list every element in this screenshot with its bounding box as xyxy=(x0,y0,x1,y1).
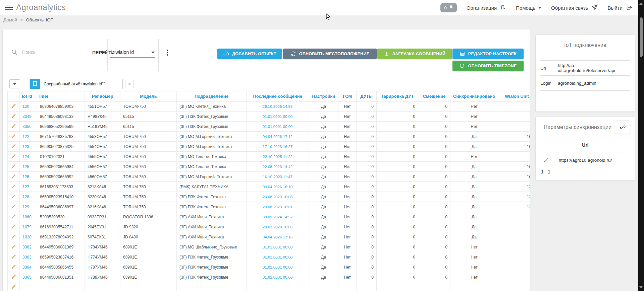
column-header[interactable]: ГСМ xyxy=(338,91,357,101)
iot-id-link[interactable]: 126 xyxy=(22,174,29,179)
last-message-link[interactable]: 03.04.2026 16:10 xyxy=(247,182,309,192)
last-message-link[interactable]: 23.08.2023 10:01 xyxy=(247,202,309,212)
iot-id-link[interactable]: 3363 xyxy=(22,255,32,260)
edit-icon[interactable] xyxy=(11,194,16,199)
column-header[interactable]: Настройки xyxy=(309,91,338,101)
load-messages-button[interactable]: ЗАГРУЗКА СООБЩЕНИЙ xyxy=(377,49,452,59)
iot-id-link[interactable]: 129 xyxy=(22,205,29,209)
model-cell: JD 9320 xyxy=(120,222,177,232)
last-message-link[interactable]: 01.01.0001 00:00 xyxy=(247,272,309,282)
menu-help[interactable]: Помощь xyxy=(516,5,541,11)
last-message-link[interactable]: 22.08.2023 14:42 xyxy=(247,162,309,172)
column-header[interactable]: Синхронизировано xyxy=(450,91,498,101)
menu-icon[interactable] xyxy=(5,5,13,11)
column-header[interactable]: Wialon Unit Id xyxy=(498,91,530,101)
iot-id-link[interactable]: 127 xyxy=(22,185,29,189)
refresh-timezone-button[interactable]: ОБНОВИТЬ TIMEZONE xyxy=(452,61,524,71)
edit-icon[interactable] xyxy=(11,234,16,239)
edit-icon[interactable] xyxy=(11,284,16,289)
last-message-link[interactable]: 23.08.2023 10:08 xyxy=(247,192,309,202)
more-options-button[interactable] xyxy=(164,47,170,58)
edit-icon[interactable] xyxy=(11,144,16,149)
column-header[interactable]: Смещение xyxy=(418,91,450,101)
last-message-link[interactable]: 01.01.0001 00:00 xyxy=(247,112,309,122)
link-button[interactable] xyxy=(615,121,630,134)
calibration-cell: 0 xyxy=(377,142,418,152)
saved-reports-dropdown-button[interactable] xyxy=(9,79,20,88)
last-message-link[interactable]: 04.04.2026 17:12 xyxy=(247,132,309,142)
last-message-link[interactable]: 26.10.2025 14:58 xyxy=(247,101,309,112)
settings-editor-button[interactable]: РЕДАКТОР НАСТРОЕК xyxy=(452,49,524,59)
edit-icon[interactable] xyxy=(11,214,16,219)
edit-icon[interactable] xyxy=(11,124,16,129)
last-message-link[interactable]: 04.04.2026 17:16 xyxy=(247,232,309,242)
iot-id-link[interactable]: 3349 xyxy=(22,114,32,119)
column-header[interactable]: Последнее сообщение xyxy=(247,91,309,101)
last-message-link[interactable]: 20.03.2020 16:06 xyxy=(247,222,309,232)
edit-icon[interactable] xyxy=(11,174,16,179)
goto-field-select[interactable]: 1. wialon id xyxy=(110,49,155,58)
menu-organization[interactable]: Организация xyxy=(467,4,506,12)
edit-icon[interactable] xyxy=(11,244,16,249)
division-cell: (ЗГ) АХИ Ивня_Техника xyxy=(177,232,247,242)
iot-id-link[interactable]: 125 xyxy=(22,164,29,169)
iot-id-link[interactable]: 1079 xyxy=(22,225,32,229)
menu-feedback[interactable]: Обратная связь xyxy=(551,4,598,12)
edit-icon[interactable] xyxy=(544,157,549,162)
iot-id-link[interactable]: 3362 xyxy=(22,245,32,249)
edit-icon[interactable] xyxy=(11,274,16,279)
gsm-cell: Нет xyxy=(338,252,357,262)
iot-id-link[interactable]: 128 xyxy=(22,195,29,199)
iot-id-link[interactable]: 3364 xyxy=(22,265,32,270)
last-message-link[interactable]: 30.09.2024 14:52 xyxy=(247,212,309,222)
last-message-link[interactable]: 22.10.2025 11:22 xyxy=(247,152,309,162)
vertical-scrollbar[interactable] xyxy=(638,0,644,291)
last-message-link[interactable]: 01.01.0001 00:00 xyxy=(247,252,309,262)
breadcrumb-home[interactable]: Домой xyxy=(3,17,17,22)
column-header[interactable]: Модель xyxy=(120,91,177,101)
column-header[interactable]: ДУТы xyxy=(357,91,377,101)
search-input[interactable] xyxy=(21,49,78,57)
menu-logout[interactable]: Выйти xyxy=(608,4,633,12)
iot-id-link[interactable]: 123 xyxy=(22,144,29,149)
edit-icon[interactable] xyxy=(11,134,16,139)
saved-report-chip[interactable]: Сохранённый отчёт =wialon id"" xyxy=(30,79,123,89)
edit-icon[interactable] xyxy=(11,164,16,169)
iot-id-link[interactable]: 1020 xyxy=(22,235,32,239)
edit-icon[interactable] xyxy=(11,224,16,229)
scroll-down-arrow[interactable] xyxy=(639,286,643,289)
column-header[interactable]: Тарировка ДУТ xyxy=(377,91,418,101)
refresh-location-button[interactable]: ОБНОВИТЬ МЕСТОПОЛОЖЕНИЕ xyxy=(283,49,377,59)
last-message-link[interactable]: 16.10.2023 11:47 xyxy=(247,172,309,182)
close-icon[interactable]: ✕ xyxy=(125,80,134,88)
edit-icon[interactable] xyxy=(11,154,16,159)
last-message-link[interactable]: 17.10.2023 16:27 xyxy=(247,142,309,152)
notifications-button[interactable]: 0 xyxy=(440,3,457,12)
column-header[interactable]: Подразделение xyxy=(177,91,247,101)
edit-icon[interactable] xyxy=(11,184,16,189)
model-cell: 68901Е xyxy=(120,252,177,262)
last-message-link[interactable]: 01.01.0001 00:00 xyxy=(247,242,309,252)
iot-id-link[interactable]: 120 xyxy=(22,104,29,109)
edit-icon[interactable] xyxy=(11,204,16,209)
scroll-up-arrow[interactable] xyxy=(639,2,643,5)
column-header[interactable]: Imei xyxy=(37,91,85,101)
column-header[interactable]: Iot Id xyxy=(20,91,37,101)
edit-icon[interactable] xyxy=(11,254,16,259)
iot-id-link[interactable]: 3365 xyxy=(22,275,32,280)
last-message-link[interactable]: 01.01.0001 00:00 xyxy=(247,262,309,272)
iot-id-link[interactable]: 122 xyxy=(22,134,29,139)
edit-icon[interactable] xyxy=(11,114,16,119)
last-message-link[interactable] xyxy=(247,282,309,291)
scrollbar-thumb[interactable] xyxy=(640,17,643,57)
edit-icon[interactable] xyxy=(11,103,16,108)
iot-id-link[interactable]: 1060 xyxy=(22,215,32,219)
synchronized-cell: Нет xyxy=(450,101,498,112)
iot-id-link[interactable]: 3350 xyxy=(22,124,32,129)
edit-icon[interactable] xyxy=(11,264,16,269)
edit-column-header xyxy=(8,91,20,101)
last-message-link[interactable]: 01.01.0001 00:00 xyxy=(247,122,309,132)
column-header[interactable]: Рег.номер xyxy=(85,91,120,101)
add-object-button[interactable]: ДОБАВИТЬ ОБЪЕКТ xyxy=(217,49,282,59)
iot-id-link[interactable]: 124 xyxy=(22,154,29,159)
